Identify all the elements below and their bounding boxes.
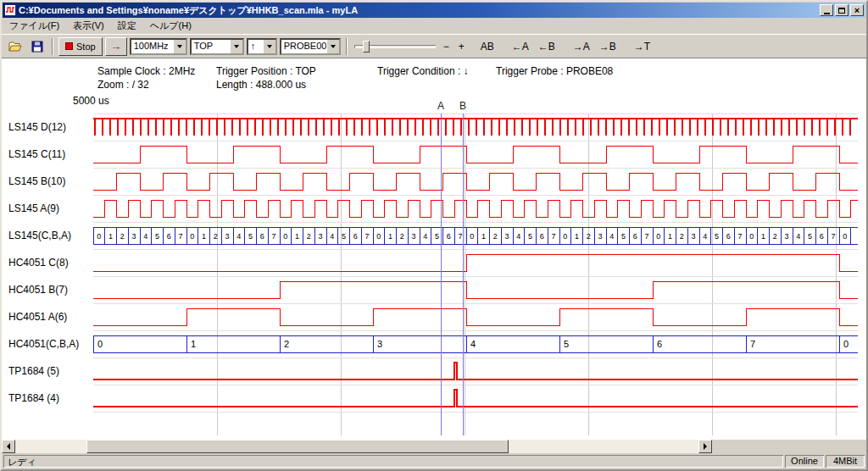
svg-text:4: 4 [609, 232, 614, 241]
svg-text:6: 6 [353, 232, 358, 241]
svg-text:7: 7 [365, 232, 370, 241]
sample-clock-info: Sample Clock : 2MHz [97, 65, 195, 77]
svg-text:7: 7 [750, 339, 755, 349]
svg-text:5: 5 [435, 232, 439, 241]
trigger-condition-info: Trigger Condition : ↓ [377, 65, 469, 77]
svg-text:2: 2 [493, 232, 498, 241]
sample-clock-select[interactable]: 100MHz [130, 38, 187, 55]
svg-text:4: 4 [423, 232, 427, 241]
svg-text:0: 0 [843, 232, 847, 241]
close-icon: × [854, 6, 860, 15]
svg-text:0: 0 [563, 232, 567, 241]
status-online: Online [785, 455, 824, 468]
move-cursor-a-button[interactable]: →A [570, 37, 593, 56]
dropdown-button[interactable] [326, 40, 339, 53]
minimize-icon [824, 13, 830, 14]
svg-text:7: 7 [179, 232, 183, 241]
menu-view[interactable]: 表示(V) [66, 18, 111, 34]
stop-button[interactable]: Stop [58, 37, 103, 56]
svg-text:1: 1 [191, 339, 196, 349]
svg-text:3: 3 [132, 232, 136, 241]
svg-text:5: 5 [621, 232, 626, 241]
scroll-right-button[interactable] [698, 440, 712, 453]
svg-text:2: 2 [120, 232, 125, 241]
goto-trigger-button[interactable]: →T [631, 37, 654, 56]
trigger-position-select[interactable]: TOP [190, 38, 244, 55]
svg-text:6: 6 [820, 232, 824, 241]
move-cursor-b-button[interactable]: →B [596, 37, 620, 56]
run-button[interactable]: → [105, 37, 127, 56]
folder-open-icon [8, 40, 22, 53]
svg-text:6: 6 [726, 232, 731, 241]
svg-text:3: 3 [225, 232, 230, 241]
toolbar: Stop → 100MHz TOP ↑ PROBE00 − + AB ←A ←B… [2, 34, 866, 58]
titlebar[interactable]: C:¥Documents and Settings¥noname¥デスクトップ¥… [3, 3, 865, 18]
svg-text:1: 1 [108, 232, 113, 241]
maximize-button[interactable] [835, 4, 849, 16]
menubar: ファイル(F) 表示(V) 設定 ヘルプ(H) [2, 18, 866, 34]
svg-text:7: 7 [832, 232, 836, 241]
zoom-out-button[interactable]: − [440, 37, 453, 56]
trigger-edge-select[interactable]: ↑ [247, 38, 277, 55]
svg-text:5: 5 [715, 232, 719, 241]
dropdown-button[interactable] [230, 40, 242, 53]
maximize-icon [838, 8, 845, 14]
waveform-display[interactable]: 0123456701234567012345670123456701234567… [93, 114, 858, 435]
svg-text:6: 6 [260, 232, 264, 241]
close-button[interactable]: × [850, 4, 864, 16]
minimize-button[interactable] [820, 4, 833, 16]
svg-text:0: 0 [97, 339, 103, 349]
channel-label: HC4051(C,B,A) [8, 338, 79, 350]
trigger-probe-value: PROBE00 [281, 40, 326, 53]
svg-text:5: 5 [248, 232, 253, 241]
trigger-probe-info: Trigger Probe : PROBE08 [496, 65, 613, 77]
scrollbar-thumb[interactable] [86, 440, 509, 453]
menu-settings[interactable]: 設定 [111, 18, 143, 34]
svg-text:3: 3 [505, 232, 509, 241]
slider-thumb[interactable] [363, 41, 370, 53]
goto-cursor-a-button[interactable]: ←A [509, 37, 532, 56]
cursor-ab-button[interactable]: AB [477, 37, 498, 56]
open-file-button[interactable] [5, 37, 25, 56]
svg-text:0: 0 [97, 232, 101, 241]
svg-text:1: 1 [388, 232, 392, 241]
svg-text:4: 4 [330, 232, 334, 241]
svg-text:2: 2 [214, 232, 218, 241]
channel-label: LS145 A(9) [8, 202, 59, 214]
svg-text:6: 6 [540, 232, 544, 241]
channel-label: TP1684 (4) [8, 392, 59, 404]
svg-text:2: 2 [400, 232, 404, 241]
svg-text:1: 1 [295, 232, 299, 241]
svg-text:5: 5 [808, 232, 812, 241]
length-info: Length : 488.000 us [216, 79, 306, 91]
trigger-probe-select[interactable]: PROBE00 [280, 38, 341, 55]
svg-text:4: 4 [236, 232, 241, 241]
svg-text:0: 0 [190, 232, 194, 241]
svg-text:1: 1 [481, 232, 486, 241]
zoom-slider[interactable] [353, 37, 437, 56]
cursor-a-line[interactable] [441, 114, 442, 435]
dropdown-button[interactable] [263, 40, 275, 53]
app-window: C:¥Documents and Settings¥noname¥デスクトップ¥… [0, 0, 868, 471]
svg-text:6: 6 [633, 232, 637, 241]
floppy-disk-icon [31, 40, 44, 53]
goto-cursor-b-button[interactable]: ←B [535, 37, 559, 56]
cursor-b-line[interactable] [463, 114, 464, 435]
svg-text:1: 1 [668, 232, 672, 241]
scroll-left-button[interactable] [2, 440, 15, 453]
svg-text:5: 5 [564, 339, 569, 349]
window-title: C:¥Documents and Settings¥noname¥デスクトップ¥… [19, 4, 817, 17]
menu-help[interactable]: ヘルプ(H) [143, 18, 198, 34]
svg-text:3: 3 [692, 232, 696, 241]
dropdown-button[interactable] [173, 40, 186, 53]
horizontal-scrollbar[interactable] [2, 440, 712, 453]
menu-file[interactable]: ファイル(F) [3, 18, 66, 34]
svg-text:1: 1 [202, 232, 206, 241]
svg-text:7: 7 [272, 232, 276, 241]
save-button[interactable] [27, 37, 47, 56]
cursor-b-label: B [458, 100, 468, 112]
svg-text:7: 7 [552, 232, 556, 241]
zoom-in-button[interactable]: + [455, 37, 468, 56]
channel-label: TP1684 (5) [8, 365, 59, 377]
svg-text:5: 5 [528, 232, 532, 241]
